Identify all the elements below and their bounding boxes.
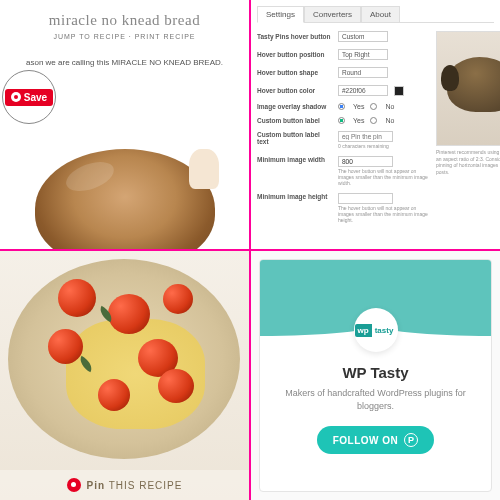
select-position[interactable]: Top Right (338, 49, 388, 60)
input-label-text[interactable] (338, 131, 393, 142)
popup-description: Makers of handcrafted WordPress plugins … (260, 387, 491, 412)
input-color[interactable]: #220f06 (338, 85, 388, 96)
recipe-subtitle[interactable]: JUMP TO RECIPE · PRINT RECIPE (0, 33, 249, 40)
pin-bar-text: Pin THIS RECIPE (87, 480, 183, 491)
label-shape: Hover button shape (257, 69, 332, 76)
quadrant-recipe-header: miracle no knead bread JUMP TO RECIPE · … (0, 0, 249, 249)
label-label-text: Custom button label text (257, 131, 332, 145)
help-min-width: The hover button will not appear on imag… (338, 168, 428, 186)
quadrant-pasta-pin: Pin THIS RECIPE (0, 251, 249, 500)
tab-settings[interactable]: Settings (257, 6, 304, 23)
select-hover-button[interactable]: Custom (338, 31, 388, 42)
label-shadow: Image overlay shadow (257, 103, 332, 110)
save-highlight-circle: Save (2, 70, 56, 124)
preview-help-text: Pinterest recommends using images with a… (436, 149, 500, 175)
quadrant-popup: ✕ wptasty WP Tasty Makers of handcrafted… (251, 251, 500, 500)
help-min-height: The hover button will not appear on imag… (338, 205, 428, 223)
bread-image (35, 149, 215, 249)
input-min-width[interactable] (338, 156, 393, 167)
follow-label: FOLLOW ON (333, 435, 399, 446)
label-custom-label: Custom button label (257, 117, 332, 124)
hand-image (189, 149, 219, 189)
radio-custom-no[interactable] (370, 117, 377, 124)
pin-this-recipe-button[interactable]: Pin THIS RECIPE (0, 470, 249, 500)
tab-converters[interactable]: Converters (304, 6, 361, 22)
follow-on-pinterest-button[interactable]: FOLLOW ON P (317, 426, 435, 454)
preview-image: P (436, 31, 500, 146)
preview-column: P Pinterest recommends using images with… (436, 31, 500, 230)
tabs: Settings Converters About (257, 6, 494, 23)
popup-title: WP Tasty (260, 364, 491, 381)
select-shape[interactable]: Round (338, 67, 388, 78)
label-min-width: Minimum image width (257, 156, 332, 163)
label-hover-button: Tasty Pins hover button (257, 33, 332, 40)
pinterest-icon (67, 478, 81, 492)
label-min-height: Minimum image height (257, 193, 332, 200)
help-label-text: 0 characters remaining (338, 143, 393, 149)
input-min-height[interactable] (338, 193, 393, 204)
radio-custom-yes[interactable] (338, 117, 345, 124)
pinterest-icon: P (404, 433, 418, 447)
label-color: Hover button color (257, 87, 332, 94)
radio-shadow-yes[interactable] (338, 103, 345, 110)
pinterest-icon (11, 92, 21, 102)
dog-image (447, 57, 500, 112)
recipe-description: ason we are calling this MIRACLE NO KNEA… (0, 58, 249, 67)
radio-shadow-no[interactable] (370, 103, 377, 110)
follow-popup: ✕ wptasty WP Tasty Makers of handcrafted… (259, 259, 492, 492)
save-label: Save (24, 92, 47, 103)
recipe-title: miracle no knead bread (0, 12, 249, 29)
tab-about[interactable]: About (361, 6, 400, 22)
pinterest-save-button[interactable]: Save (5, 89, 53, 106)
settings-form: Tasty Pins hover button Custom Hover but… (257, 31, 428, 230)
quadrant-settings-panel: Settings Converters About Tasty Pins hov… (251, 0, 500, 249)
pasta-plate-image (8, 259, 240, 459)
color-swatch[interactable] (394, 86, 404, 96)
wp-tasty-logo: wptasty (354, 308, 398, 352)
label-position: Hover button position (257, 51, 332, 58)
